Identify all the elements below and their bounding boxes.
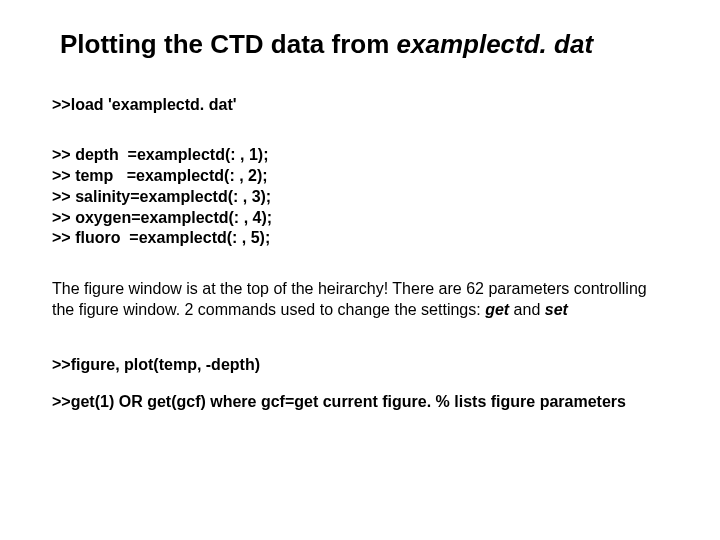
title-prefix: Plotting the CTD data from: [60, 29, 397, 59]
explanation-paragraph: The figure window is at the top of the h…: [52, 279, 672, 321]
code-plot: >>figure, plot(temp, -depth): [52, 355, 672, 376]
code-get: >>get(1) OR get(gcf) where gcf=get curre…: [52, 392, 672, 413]
code-load: >>load 'examplectd. dat': [52, 95, 672, 116]
slide: Plotting the CTD data from examplectd. d…: [0, 0, 720, 540]
keyword-set: set: [545, 301, 568, 318]
keyword-get: get: [485, 301, 509, 318]
slide-title: Plotting the CTD data from examplectd. d…: [60, 28, 672, 61]
code-assignments: >> depth =examplectd(: , 1); >> temp =ex…: [52, 145, 672, 249]
para-mid: and: [509, 301, 545, 318]
title-filename: examplectd. dat: [397, 29, 594, 59]
